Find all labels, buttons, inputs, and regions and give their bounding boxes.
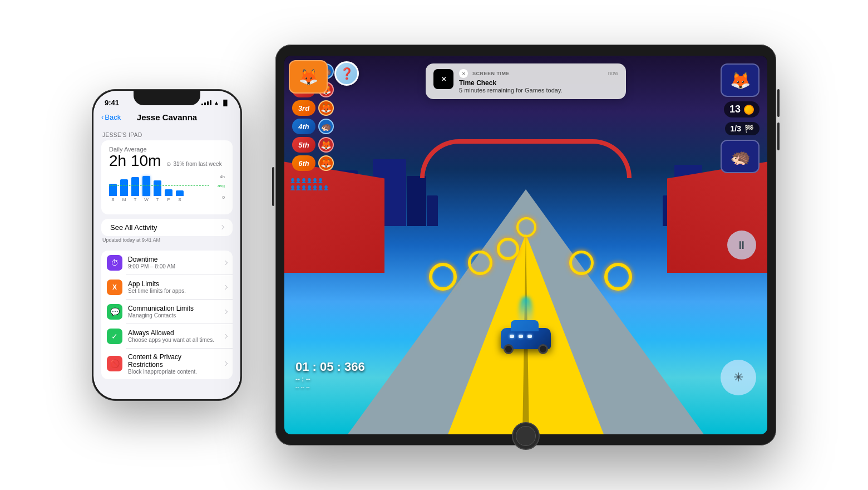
communication-limits-chevron-icon	[223, 310, 228, 314]
always-allowed-subtitle: Choose apps you want at all times.	[128, 337, 217, 343]
always-allowed-item[interactable]: ✓ Always Allowed Choose apps you want at…	[101, 324, 233, 349]
bar-day-label: M	[122, 197, 126, 202]
wheel-front-right	[538, 344, 548, 354]
rank-3rd: 3rd 🦊	[292, 100, 334, 116]
rank-6th: 6th 🦊	[292, 155, 334, 171]
bar-day-label: S	[111, 197, 114, 202]
communication-limits-subtitle: Managing Contacts	[128, 312, 217, 318]
status-time: 9:41	[105, 99, 119, 107]
content-privacy-subtitle: Block inappropriate content.	[128, 369, 217, 375]
score-value: 13	[729, 104, 741, 115]
lap-value: 1/3	[731, 124, 741, 133]
ipad-device: 👤👤👤👤👤👤 👤👤👤👤👤👤👤	[275, 45, 776, 445]
bar-value	[120, 179, 128, 196]
downtime-icon: ⏱	[107, 255, 122, 271]
timer-tertiary: -- -- --	[295, 384, 365, 390]
chart-zero-label: 0	[220, 195, 225, 200]
rank-4th: 4th 🦔	[292, 119, 334, 134]
ipad-home-button[interactable]	[512, 422, 540, 450]
ring-3	[497, 238, 519, 260]
knuckles-avatar: 🦔	[721, 140, 760, 173]
updated-text: Updated today at 9:41 AM	[93, 236, 240, 246]
ring-4	[569, 251, 594, 275]
change-value: 31% from last week	[173, 161, 221, 167]
finish-arch	[420, 139, 632, 178]
downtime-chevron-icon	[223, 261, 228, 265]
see-all-activity-row[interactable]: See All Activity	[101, 219, 233, 236]
controller-button[interactable]: ✳	[721, 360, 756, 395]
iphone-device: 9:41 ▲ ▐▌ ‹	[92, 89, 242, 401]
chart-max-label: 4h	[220, 174, 225, 179]
car-light	[527, 335, 532, 338]
mystery-box: ❓	[334, 61, 359, 86]
bar-day-label: F	[167, 197, 170, 202]
always-allowed-text: Always Allowed Choose apps you want at a…	[128, 329, 217, 343]
rank-avatar-4: 🦔	[318, 119, 334, 134]
content-privacy-text: Content & Privacy Restrictions Block ina…	[128, 353, 217, 375]
car-body	[501, 328, 551, 349]
ring-6	[516, 217, 536, 237]
bar-value	[142, 176, 150, 196]
daily-avg-change: ⊙ 31% from last week	[166, 161, 221, 167]
ipad-volume-down-button	[777, 122, 780, 150]
content-privacy-item[interactable]: 🚫 Content & Privacy Restrictions Block i…	[101, 349, 233, 379]
timer-secondary: -- : --	[295, 375, 365, 383]
notif-header: ✕ SCREEN TIME	[459, 69, 618, 78]
bar-w: W	[142, 176, 150, 202]
change-icon: ⊙	[166, 161, 171, 167]
bar-value	[165, 189, 172, 196]
notification-banner: ✕ ✕ SCREEN TIME Time Check 5 minutes rem…	[426, 63, 626, 99]
timer-main: 01 : 05 : 366	[295, 360, 365, 374]
bars-row: S M T W	[109, 174, 225, 202]
always-allowed-chevron-icon	[223, 334, 228, 339]
bar-day-label: W	[144, 197, 149, 202]
notif-content: ✕ SCREEN TIME Time Check 5 minutes remai…	[459, 69, 618, 94]
rank-badge-3: 3rd	[292, 100, 315, 116]
app-limits-subtitle: Set time limits for apps.	[128, 288, 217, 294]
bar-day-label: T	[134, 197, 137, 202]
ipad-home-button-inner	[516, 426, 536, 446]
notif-body: 5 minutes remaining for Games today.	[459, 87, 618, 94]
pause-button[interactable]: ⏸	[727, 231, 756, 259]
notif-app-name: SCREEN TIME	[472, 71, 510, 76]
crowd-row: 👤👤👤👤👤👤	[290, 178, 379, 183]
back-button[interactable]: ‹ Back	[101, 113, 121, 121]
bar-chart: avg 4h 0 S M	[109, 174, 225, 208]
car-light	[510, 335, 514, 338]
rank-badge-4: 4th	[292, 119, 315, 134]
stats-card: Daily Average 2h 10m ⊙ 31% from last wee…	[101, 140, 233, 214]
avg-line	[109, 185, 209, 186]
tails-kart-avatar: 🦊	[289, 60, 328, 94]
car-light	[519, 335, 523, 338]
lap-badge: 1/3 🏁	[725, 122, 760, 135]
coin-icon	[744, 105, 754, 115]
rank-badge-6: 6th	[292, 155, 315, 171]
bar-value	[131, 177, 139, 196]
communication-limits-text: Communication Limits Managing Contacts	[128, 305, 217, 318]
iphone-notch	[134, 91, 200, 105]
rank-5th: 5th 🦊	[292, 137, 334, 153]
top-right-ui: 🦊 13 1/3 🏁 🦔	[721, 63, 760, 173]
ipad-power-button	[272, 167, 274, 206]
app-limits-chevron-icon	[223, 285, 228, 290]
settings-list: ⏱ Downtime 9:00 PM – 8:00 AM X App Limit…	[101, 251, 233, 379]
downtime-subtitle: 9:00 PM – 8:00 AM	[128, 263, 217, 270]
chart-grid: 4h 0	[220, 174, 225, 208]
bar-t2: T	[154, 180, 161, 202]
player-car	[501, 328, 551, 359]
communication-limits-item[interactable]: 💬 Communication Limits Managing Contacts	[101, 300, 233, 324]
app-limits-text: App Limits Set time limits for apps.	[128, 280, 217, 294]
notification-app-icon: ✕	[433, 69, 453, 89]
bar-f: F	[165, 189, 172, 202]
app-limits-item[interactable]: X App Limits Set time limits for apps.	[101, 275, 233, 300]
iphone-screen: 9:41 ▲ ▐▌ ‹	[93, 91, 240, 399]
communication-limits-title: Communication Limits	[128, 305, 217, 312]
status-icons: ▲ ▐▌	[201, 100, 229, 106]
nav-bar: ‹ Back Jesse Cavanna	[93, 109, 240, 126]
score-badge: 13	[724, 101, 760, 117]
daily-avg-value: 2h 10m	[109, 153, 161, 170]
scene: 9:41 ▲ ▐▌ ‹	[0, 0, 868, 490]
rank-avatar-6: 🦊	[318, 155, 334, 171]
downtime-item[interactable]: ⏱ Downtime 9:00 PM – 8:00 AM	[101, 251, 233, 275]
ipad-screen: 👤👤👤👤👤👤 👤👤👤👤👤👤👤	[284, 56, 767, 434]
